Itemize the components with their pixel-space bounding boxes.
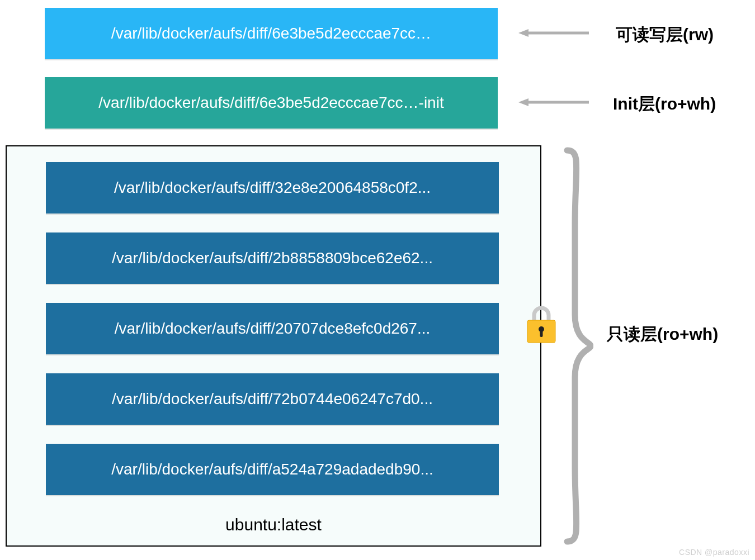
arrow-icon bbox=[517, 27, 590, 39]
rw-layer-box: /var/lib/docker/aufs/diff/6e3be5d2ecccae… bbox=[45, 8, 498, 59]
ro-layer-box: /var/lib/docker/aufs/diff/a524a729adaded… bbox=[46, 444, 499, 495]
ro-layer-box: /var/lib/docker/aufs/diff/20707dce8efc0d… bbox=[46, 303, 499, 354]
init-layer-text: /var/lib/docker/aufs/diff/6e3be5d2ecccae… bbox=[98, 94, 443, 112]
init-layer-label: Init层(ro+wh) bbox=[613, 93, 716, 116]
brace-icon bbox=[563, 147, 593, 545]
ro-layer-text: /var/lib/docker/aufs/diff/72b0744e06247c… bbox=[112, 390, 433, 408]
readonly-container: /var/lib/docker/aufs/diff/32e8e20064858c… bbox=[6, 145, 541, 547]
watermark-text: CSDN @paradoxxi bbox=[679, 548, 749, 557]
ro-layer-box: /var/lib/docker/aufs/diff/32e8e20064858c… bbox=[46, 162, 499, 213]
ro-layer-text: /var/lib/docker/aufs/diff/20707dce8efc0d… bbox=[115, 320, 431, 338]
ro-layer-text: /var/lib/docker/aufs/diff/32e8e20064858c… bbox=[114, 179, 431, 197]
ro-layer-box: /var/lib/docker/aufs/diff/72b0744e06247c… bbox=[46, 373, 499, 425]
ro-layer-box: /var/lib/docker/aufs/diff/2b8858809bce62… bbox=[46, 232, 499, 284]
ro-layer-text: /var/lib/docker/aufs/diff/2b8858809bce62… bbox=[112, 249, 433, 267]
lock-icon bbox=[525, 305, 558, 344]
svg-marker-1 bbox=[518, 29, 528, 37]
ro-layer-text: /var/lib/docker/aufs/diff/a524a729adaded… bbox=[111, 461, 433, 478]
svg-rect-7 bbox=[540, 330, 543, 337]
image-caption: ubuntu:latest bbox=[7, 515, 540, 534]
arrow-icon bbox=[517, 97, 590, 108]
svg-marker-3 bbox=[518, 98, 528, 106]
ro-layer-label: 只读层(ro+wh) bbox=[607, 323, 718, 346]
init-layer-box: /var/lib/docker/aufs/diff/6e3be5d2ecccae… bbox=[45, 77, 498, 129]
rw-layer-label: 可读写层(rw) bbox=[616, 23, 714, 46]
rw-layer-text: /var/lib/docker/aufs/diff/6e3be5d2ecccae… bbox=[111, 25, 431, 42]
